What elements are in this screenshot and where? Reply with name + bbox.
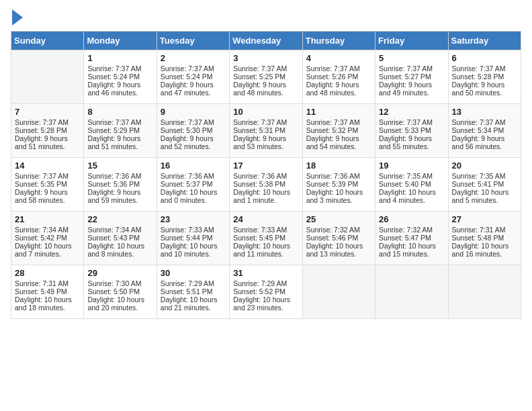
- week-row-5: 28Sunrise: 7:31 AMSunset: 5:49 PMDayligh…: [11, 265, 521, 319]
- calendar-cell: 27Sunrise: 7:31 AMSunset: 5:48 PMDayligh…: [448, 212, 521, 265]
- sunset-text: Sunset: 5:28 PM: [452, 73, 504, 81]
- sunrise-text: Sunrise: 7:37 AM: [87, 118, 141, 126]
- day-number: 11: [306, 107, 371, 117]
- calendar-cell: 10Sunrise: 7:37 AMSunset: 5:31 PMDayligh…: [230, 104, 302, 158]
- day-number: 27: [452, 214, 517, 224]
- sunset-text: Sunset: 5:31 PM: [233, 126, 285, 134]
- week-row-4: 21Sunrise: 7:34 AMSunset: 5:42 PMDayligh…: [11, 212, 521, 265]
- daylight-text: Daylight: 9 hours and 50 minutes.: [452, 81, 505, 97]
- daylight-text: Daylight: 9 hours and 52 minutes.: [161, 134, 214, 150]
- sunrise-text: Sunrise: 7:36 AM: [233, 172, 287, 180]
- calendar-cell: 1Sunrise: 7:37 AMSunset: 5:24 PMDaylight…: [84, 50, 157, 104]
- day-number: 25: [306, 214, 371, 224]
- daylight-text: Daylight: 10 hours and 1 minute.: [233, 188, 290, 204]
- daylight-text: Daylight: 9 hours and 51 minutes.: [15, 134, 68, 150]
- daylight-text: Daylight: 10 hours and 11 minutes.: [233, 242, 290, 258]
- calendar-cell: 7Sunrise: 7:37 AMSunset: 5:28 PMDaylight…: [11, 104, 84, 158]
- daylight-text: Daylight: 10 hours and 0 minutes.: [161, 188, 218, 204]
- daylight-text: Daylight: 10 hours and 8 minutes.: [87, 242, 144, 258]
- day-number: 24: [233, 214, 298, 224]
- calendar-cell: 5Sunrise: 7:37 AMSunset: 5:27 PMDaylight…: [375, 50, 448, 104]
- sunset-text: Sunset: 5:28 PM: [15, 126, 67, 134]
- sunrise-text: Sunrise: 7:32 AM: [306, 226, 360, 234]
- sunrise-text: Sunrise: 7:37 AM: [233, 64, 287, 73]
- sunrise-text: Sunrise: 7:37 AM: [161, 118, 214, 126]
- week-row-2: 7Sunrise: 7:37 AMSunset: 5:28 PMDaylight…: [11, 104, 521, 158]
- sunrise-text: Sunrise: 7:37 AM: [233, 118, 287, 126]
- day-number: 9: [161, 107, 226, 117]
- sunset-text: Sunset: 5:52 PM: [233, 287, 285, 295]
- calendar-cell: 31Sunrise: 7:29 AMSunset: 5:52 PMDayligh…: [230, 265, 302, 319]
- sunset-text: Sunset: 5:40 PM: [379, 180, 431, 188]
- daylight-text: Daylight: 9 hours and 59 minutes.: [87, 188, 140, 204]
- calendar-cell: 12Sunrise: 7:37 AMSunset: 5:33 PMDayligh…: [375, 104, 448, 158]
- day-number: 31: [233, 268, 298, 278]
- calendar-cell: 16Sunrise: 7:36 AMSunset: 5:37 PMDayligh…: [157, 158, 229, 212]
- sunrise-text: Sunrise: 7:37 AM: [87, 64, 141, 73]
- sunset-text: Sunset: 5:24 PM: [161, 73, 213, 81]
- calendar-cell: [302, 265, 375, 319]
- daylight-text: Daylight: 9 hours and 51 minutes.: [87, 134, 140, 150]
- sunset-text: Sunset: 5:42 PM: [15, 234, 67, 242]
- sunset-text: Sunset: 5:36 PM: [87, 180, 140, 188]
- calendar-cell: 13Sunrise: 7:37 AMSunset: 5:34 PMDayligh…: [448, 104, 521, 158]
- day-number: 21: [15, 214, 80, 224]
- day-number: 23: [161, 214, 226, 224]
- calendar-cell: 21Sunrise: 7:34 AMSunset: 5:42 PMDayligh…: [11, 212, 84, 265]
- sunset-text: Sunset: 5:47 PM: [379, 234, 431, 242]
- daylight-text: Daylight: 9 hours and 53 minutes.: [233, 134, 286, 150]
- sunset-text: Sunset: 5:49 PM: [15, 287, 67, 295]
- sunrise-text: Sunrise: 7:34 AM: [15, 226, 69, 234]
- sunrise-text: Sunrise: 7:37 AM: [452, 64, 506, 73]
- day-number: 29: [87, 268, 152, 278]
- day-number: 6: [452, 53, 517, 63]
- day-number: 7: [15, 107, 80, 117]
- day-number: 1: [87, 53, 152, 63]
- calendar-cell: 25Sunrise: 7:32 AMSunset: 5:46 PMDayligh…: [302, 212, 375, 265]
- sunset-text: Sunset: 5:51 PM: [161, 287, 213, 295]
- sunset-text: Sunset: 5:33 PM: [379, 126, 431, 134]
- sunset-text: Sunset: 5:26 PM: [306, 73, 359, 81]
- sunset-text: Sunset: 5:29 PM: [87, 126, 140, 134]
- sunrise-text: Sunrise: 7:35 AM: [452, 172, 506, 180]
- day-number: 30: [161, 268, 226, 278]
- calendar-cell: 6Sunrise: 7:37 AMSunset: 5:28 PMDaylight…: [448, 50, 521, 104]
- sunrise-text: Sunrise: 7:31 AM: [452, 226, 506, 234]
- calendar-cell: 26Sunrise: 7:32 AMSunset: 5:47 PMDayligh…: [375, 212, 448, 265]
- day-number: 3: [233, 53, 298, 63]
- logo: [11, 11, 23, 26]
- day-number: 5: [379, 53, 444, 63]
- day-number: 28: [15, 268, 80, 278]
- calendar-cell: 17Sunrise: 7:36 AMSunset: 5:38 PMDayligh…: [230, 158, 302, 212]
- calendar-cell: 14Sunrise: 7:37 AMSunset: 5:35 PMDayligh…: [11, 158, 84, 212]
- calendar-cell: 23Sunrise: 7:33 AMSunset: 5:44 PMDayligh…: [157, 212, 229, 265]
- day-number: 19: [379, 161, 444, 171]
- day-number: 26: [379, 214, 444, 224]
- page-header: [11, 11, 521, 26]
- calendar-cell: 30Sunrise: 7:29 AMSunset: 5:51 PMDayligh…: [157, 265, 229, 319]
- day-number: 20: [452, 161, 517, 171]
- sunset-text: Sunset: 5:25 PM: [233, 73, 285, 81]
- sunrise-text: Sunrise: 7:37 AM: [15, 172, 69, 180]
- day-header-sunday: Sunday: [11, 32, 84, 50]
- sunrise-text: Sunrise: 7:31 AM: [15, 279, 69, 287]
- day-header-saturday: Saturday: [448, 32, 521, 50]
- sunset-text: Sunset: 5:48 PM: [452, 234, 504, 242]
- daylight-text: Daylight: 10 hours and 13 minutes.: [306, 242, 363, 258]
- sunset-text: Sunset: 5:39 PM: [306, 180, 359, 188]
- sunrise-text: Sunrise: 7:37 AM: [306, 64, 360, 73]
- sunrise-text: Sunrise: 7:37 AM: [161, 64, 214, 73]
- day-number: 10: [233, 107, 298, 117]
- calendar-cell: 15Sunrise: 7:36 AMSunset: 5:36 PMDayligh…: [84, 158, 157, 212]
- sunrise-text: Sunrise: 7:37 AM: [379, 64, 433, 73]
- daylight-text: Daylight: 9 hours and 56 minutes.: [452, 134, 505, 150]
- week-row-3: 14Sunrise: 7:37 AMSunset: 5:35 PMDayligh…: [11, 158, 521, 212]
- calendar-cell: 24Sunrise: 7:33 AMSunset: 5:45 PMDayligh…: [230, 212, 302, 265]
- calendar-cell: 11Sunrise: 7:37 AMSunset: 5:32 PMDayligh…: [302, 104, 375, 158]
- calendar-cell: 8Sunrise: 7:37 AMSunset: 5:29 PMDaylight…: [84, 104, 157, 158]
- day-number: 2: [161, 53, 226, 63]
- day-number: 4: [306, 53, 371, 63]
- calendar-cell: [11, 50, 84, 104]
- day-header-wednesday: Wednesday: [230, 32, 302, 50]
- day-number: 13: [452, 107, 517, 117]
